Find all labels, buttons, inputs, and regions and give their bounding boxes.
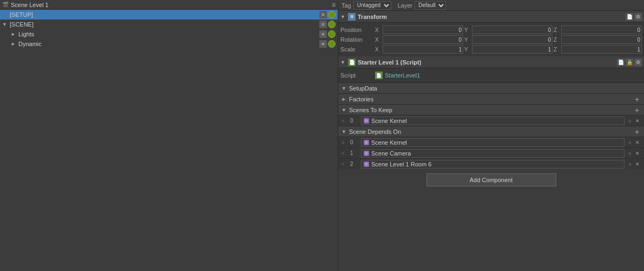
depends-on-actions-1: ○ ✕ <box>627 150 641 157</box>
script-body: Script 📄 StarterLevel1 <box>338 68 644 82</box>
scene-depends-on-add-btn[interactable]: + <box>633 128 641 136</box>
layer-select[interactable]: Default <box>415 1 446 10</box>
rotation-y-field: Y <box>464 35 553 44</box>
position-x-field: X <box>375 25 463 34</box>
scenes-to-keep-text-0: Scene Kernel <box>371 118 407 124</box>
rotation-x-input[interactable] <box>383 35 463 44</box>
position-label: Position <box>340 27 373 33</box>
hierarchy-panel: 🎬 Scene Level 1 ≡ [SETUP] ≡ ▼ <box>0 0 338 271</box>
scenes-to-keep-delete-0[interactable]: ✕ <box>634 118 641 124</box>
add-component-button[interactable]: Add Component <box>426 173 556 186</box>
factories-title: Factories <box>349 96 631 102</box>
tag-select[interactable]: Untagged <box>353 1 391 10</box>
script-book-btn[interactable]: 📄 <box>617 59 625 66</box>
rotation-x-field: X <box>375 35 463 44</box>
transform-settings-btn[interactable]: ⚙ <box>634 13 642 21</box>
scenes-to-keep-circle-0[interactable]: ○ <box>627 118 633 124</box>
transform-title: Transform <box>358 14 623 20</box>
scenes-to-keep-drag-0[interactable]: ≡ <box>341 118 348 124</box>
script-lock-btn[interactable]: 🔒 <box>626 59 633 66</box>
depends-on-index-1: 1 <box>350 150 359 156</box>
scene-depends-on-title: Scene Depends On <box>349 128 631 135</box>
hierarchy-menu-icon[interactable]: ≡ <box>332 1 336 9</box>
hierarchy-item-setup-content: [SETUP] <box>2 11 319 18</box>
scale-y-input[interactable] <box>472 45 553 54</box>
rotation-z-input[interactable] <box>561 35 642 44</box>
position-y-field: Y <box>464 25 553 34</box>
script-value-container: 📄 StarterLevel1 <box>375 72 642 79</box>
scenes-to-keep-value-0: ⊙ Scene Kernel <box>361 117 625 125</box>
factories-add-btn[interactable]: + <box>633 95 641 103</box>
scl-y-axis: Y <box>464 47 471 53</box>
scene-icon-box1: ≡ <box>319 21 327 28</box>
hierarchy-header: 🎬 Scene Level 1 ≡ <box>0 0 338 10</box>
pos-z-axis: Z <box>554 27 560 33</box>
hierarchy-item-dynamic[interactable]: ► Dynamic ≡ <box>0 39 338 49</box>
setup-icon-box1: ≡ <box>319 11 327 18</box>
setup-eye-icon <box>328 11 336 18</box>
depends-on-drag-0[interactable]: ≡ <box>341 140 348 145</box>
script-row: Script 📄 StarterLevel1 <box>340 70 642 80</box>
dynamic-icon-box1: ≡ <box>319 40 327 48</box>
scenes-to-keep-add-btn[interactable]: + <box>633 106 641 114</box>
script-settings-btn[interactable]: ⚙ <box>634 59 642 66</box>
hierarchy-item-scene[interactable]: ▼ [SCENE] ≡ <box>0 20 338 29</box>
rot-z-axis: Z <box>554 37 560 43</box>
position-z-input[interactable] <box>561 25 642 34</box>
scale-label: Scale <box>340 46 373 53</box>
scene-depends-on-item-0: ≡ 0 ⊙ Scene Kernel ○ ✕ <box>338 137 644 147</box>
depends-on-delete-1[interactable]: ✕ <box>634 150 641 157</box>
scenes-to-keep-title: Scenes To Keep <box>349 107 631 113</box>
scl-x-axis: X <box>375 47 382 53</box>
factories-arrow: ► <box>341 96 347 102</box>
rotation-z-field: Z <box>554 35 642 44</box>
transform-book-btn[interactable]: 📄 <box>626 13 633 21</box>
rotation-label: Rotation <box>340 36 373 43</box>
depends-on-delete-2[interactable]: ✕ <box>634 161 641 167</box>
hierarchy-items-list: [SETUP] ≡ ▼ [SCENE] ≡ <box>0 10 338 271</box>
depends-on-drag-1[interactable]: ≡ <box>341 151 348 156</box>
hierarchy-item-lights-content: ► Lights <box>11 31 319 37</box>
depends-on-circle-1[interactable]: ○ <box>627 150 633 157</box>
scene-label: [SCENE] <box>10 21 319 28</box>
position-z-field: Z <box>554 25 642 34</box>
script-component-header[interactable]: ▼ 📄 Starter Level 1 (Script) 📄 🔒 ⚙ <box>338 56 644 68</box>
lights-eye-icon <box>328 30 336 38</box>
depends-on-drag-2[interactable]: ≡ <box>341 162 348 167</box>
depends-on-delete-0[interactable]: ✕ <box>634 139 641 146</box>
transform-component-header[interactable]: ▼ ⊞ Transform 📄 ⚙ <box>338 11 644 23</box>
inspector-scroll-area: ▼ ⊞ Transform 📄 ⚙ Position X <box>338 11 644 271</box>
position-x-input[interactable] <box>383 25 463 34</box>
transform-fold-arrow: ▼ <box>340 14 346 20</box>
lights-icons: ≡ <box>319 30 336 38</box>
scl-z-axis: Z <box>554 47 560 53</box>
factories-header[interactable]: ► Factories + <box>338 93 644 104</box>
depends-on-actions-2: ○ ✕ <box>627 161 641 167</box>
hierarchy-item-setup[interactable]: [SETUP] ≡ <box>0 10 338 20</box>
transform-rotation-row: Rotation X Y Z <box>338 35 644 44</box>
depends-on-circle-0[interactable]: ○ <box>627 139 633 146</box>
scene-depends-on-header[interactable]: ▼ Scene Depends On + <box>338 126 644 137</box>
lights-arrow: ► <box>11 31 17 37</box>
depends-on-text-2: Scene Level 1 Room 6 <box>371 161 431 167</box>
scenes-to-keep-arrow: ▼ <box>341 107 347 113</box>
hierarchy-item-scene-content: ▼ [SCENE] <box>2 21 319 28</box>
position-y-input[interactable] <box>472 25 553 34</box>
hierarchy-item-lights[interactable]: ► Lights ≡ <box>0 29 338 39</box>
scene-icons: ≡ <box>319 21 336 28</box>
setup-data-header[interactable]: ▼ SetupData <box>338 82 644 93</box>
inspector-top-bar: Tag Untagged Layer Default <box>338 0 644 11</box>
position-fields: X Y Z <box>375 25 642 34</box>
rotation-fields: X Y Z <box>375 35 642 44</box>
scale-x-input[interactable] <box>383 45 463 54</box>
transform-component-icon: ⊞ <box>348 13 356 21</box>
depends-on-circle-2[interactable]: ○ <box>627 161 633 167</box>
hierarchy-title: 🎬 Scene Level 1 <box>2 2 49 8</box>
scenes-to-keep-header[interactable]: ▼ Scenes To Keep + <box>338 104 644 115</box>
scale-z-input[interactable] <box>561 45 642 54</box>
scale-y-field: Y <box>464 45 553 54</box>
rotation-y-input[interactable] <box>472 35 553 44</box>
scene-camera-icon-1: ⊙ <box>364 151 369 156</box>
dynamic-eye-icon <box>328 40 336 48</box>
depends-on-index-0: 0 <box>350 139 359 145</box>
